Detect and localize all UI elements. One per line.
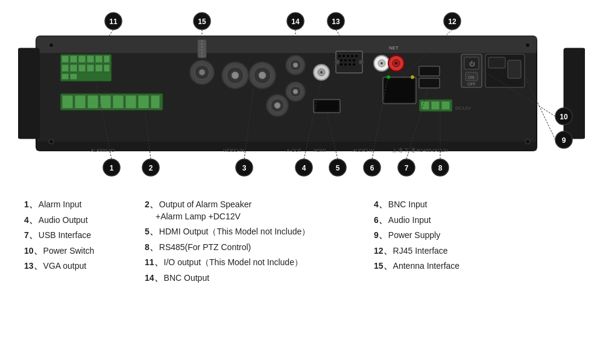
svg-text:ON: ON: [468, 75, 475, 80]
label-num-11: 11、: [145, 257, 163, 269]
svg-text:1: 1: [110, 164, 114, 172]
svg-text:ALARM I/O: ALARM I/O: [90, 148, 115, 153]
labels-section: 1、 Alarm Input 4、 Audio Output 7、 USB In…: [18, 193, 585, 290]
svg-rect-17: [70, 55, 77, 63]
svg-rect-36: [125, 95, 136, 108]
svg-text:12: 12: [448, 17, 456, 26]
svg-rect-64: [336, 51, 362, 73]
svg-text:OFF: OFF: [467, 82, 476, 86]
svg-rect-27: [104, 64, 110, 72]
label-text-13: VGA output: [43, 260, 87, 272]
device-area: ALARM I/O VIDEO IN A-OUT HDMI AUDIO IN 上…: [18, 6, 585, 193]
label-num-2: 2、: [145, 199, 158, 211]
svg-point-58: [293, 89, 298, 94]
svg-text:5: 5: [336, 164, 340, 172]
svg-text:HDMI: HDMI: [314, 148, 326, 153]
label-num-1: 1、: [24, 199, 37, 211]
svg-rect-18: [78, 55, 86, 63]
svg-text:8: 8: [438, 164, 443, 172]
svg-text:6: 6: [370, 164, 374, 172]
svg-text:13: 13: [332, 17, 340, 26]
svg-text:⏻: ⏻: [469, 61, 475, 67]
label-num-5: 5、: [145, 226, 158, 238]
label-text-6: Audio Input: [388, 215, 431, 227]
svg-text:DC12V: DC12V: [455, 105, 471, 111]
label-item-4a: 4、 Audio Output: [24, 215, 133, 227]
svg-text:2: 2: [149, 164, 153, 172]
svg-rect-1: [36, 36, 537, 53]
label-text-4b: BNC Input: [388, 199, 428, 211]
svg-point-49: [259, 72, 266, 79]
svg-text:10: 10: [560, 113, 568, 121]
label-text-7: USB Interface: [39, 230, 91, 242]
label-num-6: 6、: [374, 215, 387, 227]
svg-rect-35: [113, 95, 124, 108]
label-num-12: 12、: [374, 245, 392, 257]
svg-text:14: 14: [291, 17, 300, 26]
svg-point-41: [199, 69, 205, 75]
svg-point-55: [293, 63, 298, 67]
svg-rect-16: [62, 55, 69, 63]
label-item-13: 13、 VGA output: [24, 260, 133, 272]
label-text-9: Power Supply: [388, 230, 440, 242]
label-text-14: BNC Output: [164, 272, 209, 284]
svg-point-67: [347, 55, 349, 57]
label-column-2: 2、 Output of Alarm Speaker +Alarm Lamp +…: [139, 199, 368, 284]
label-num-4b: 4、: [374, 199, 387, 211]
svg-rect-3: [18, 48, 39, 139]
label-num-14: 14、: [145, 272, 163, 284]
label-item-14: 14、 BNC Output: [145, 272, 362, 284]
svg-rect-19: [87, 55, 94, 63]
svg-rect-95: [431, 101, 440, 110]
svg-text:9: 9: [562, 136, 566, 145]
label-text-10: Power Switch: [43, 245, 95, 257]
label-item-12: 12、 RJ45 Interface: [374, 245, 543, 257]
label-text-2: Output of Alarm Speaker: [159, 199, 251, 211]
svg-rect-26: [95, 64, 103, 72]
svg-point-5: [49, 43, 54, 48]
label-item-5: 5、 HDMI Output（This Model not Include）: [145, 226, 362, 238]
label-item-8: 8、 RS485(For PTZ Control): [145, 242, 362, 254]
svg-rect-22: [62, 64, 69, 72]
label-text-12: RJ45 Interface: [393, 245, 448, 257]
label-item-10: 10、 Power Switch: [24, 245, 133, 257]
label-num-9: 9、: [374, 230, 387, 242]
svg-point-70: [340, 59, 343, 61]
svg-point-69: [355, 55, 358, 57]
svg-rect-91: [419, 66, 440, 76]
svg-point-76: [349, 63, 351, 66]
svg-rect-88: [385, 79, 414, 102]
svg-point-46: [232, 72, 239, 79]
svg-rect-37: [138, 95, 149, 108]
svg-point-89: [387, 75, 390, 79]
main-container: ALARM I/O VIDEO IN A-OUT HDMI AUDIO IN 上…: [0, 0, 603, 364]
svg-point-66: [343, 55, 345, 57]
svg-rect-96: [441, 101, 450, 110]
svg-rect-105: [488, 57, 505, 68]
svg-rect-33: [87, 95, 98, 108]
svg-point-78: [335, 60, 339, 64]
svg-rect-4: [564, 48, 585, 139]
svg-point-71: [344, 59, 347, 61]
svg-text:VIDEO IN: VIDEO IN: [223, 148, 244, 153]
svg-rect-92: [419, 78, 440, 88]
svg-point-52: [274, 102, 280, 108]
svg-rect-31: [62, 95, 73, 108]
svg-rect-29: [70, 74, 77, 80]
label-item-11: 11、 I/O output（This Model not Include）: [145, 257, 362, 269]
label-num-7: 7、: [24, 230, 37, 242]
svg-point-72: [349, 59, 351, 61]
label-item-6: 6、 Audio Input: [374, 215, 543, 227]
svg-rect-94: [421, 101, 429, 110]
svg-point-74: [340, 63, 343, 66]
label-text-2b: +Alarm Lamp +DC12V: [156, 212, 241, 221]
svg-rect-24: [78, 64, 86, 72]
label-item-1: 1、 Alarm Input: [24, 199, 133, 211]
label-text-15: Antenna Interface: [393, 260, 460, 272]
label-num-8: 8、: [145, 242, 158, 254]
svg-rect-23: [70, 64, 77, 72]
label-num-13: 13、: [24, 260, 42, 272]
label-text-5: HDMI Output（This Model not Include）: [159, 226, 311, 238]
svg-point-79: [359, 60, 364, 64]
svg-rect-38: [151, 95, 160, 108]
